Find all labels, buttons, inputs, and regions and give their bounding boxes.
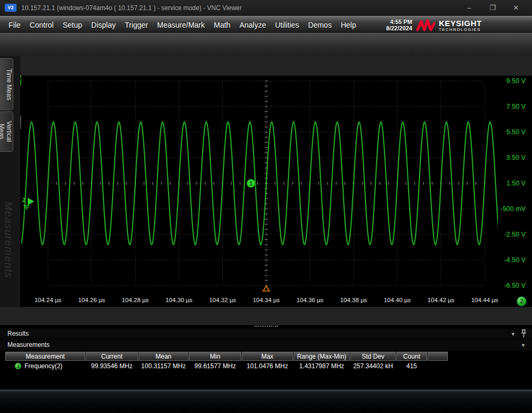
scope-clock-date: 8/22/2024	[365, 25, 412, 31]
x-axis-label: 104.44 µs	[466, 297, 503, 303]
table-row-measurement[interactable]: 1Frequency(2)	[5, 361, 85, 371]
menu-item-demos[interactable]: Demos	[308, 21, 332, 29]
vnc-close-button[interactable]: ✕	[506, 0, 526, 16]
menu-item-help[interactable]: Help	[341, 21, 356, 29]
menu-item-math[interactable]: Math	[214, 21, 231, 29]
waveform-display[interactable]: 21	[21, 76, 498, 295]
vnc-window-title: 10.157.21.1 (windows-074am4o ( 10.157.21…	[21, 0, 242, 16]
brand-name: KEYSIGHT	[439, 19, 482, 27]
menu-item-measuremark[interactable]: Measure/Mark	[157, 21, 204, 29]
x-axis-label: 104.42 µs	[422, 297, 460, 303]
table-cell: 257.34402 kH	[350, 361, 396, 371]
table-header-filler	[428, 352, 448, 361]
menu-item-file[interactable]: File	[9, 21, 21, 29]
measurement-marker-badge: 1	[15, 363, 21, 369]
measurement-marker-1[interactable]: 1	[247, 179, 255, 188]
x-axis-label: 104.28 µs	[117, 297, 154, 303]
table-header-min: Min	[189, 352, 241, 361]
x-axis-label: 104.30 µs	[160, 297, 198, 303]
table-header-measurement: Measurement	[5, 352, 85, 361]
y-axis-label: 1.50 V	[498, 179, 526, 188]
table-cell: 415	[396, 361, 427, 371]
table-cell: 1.4317987 MHz	[293, 361, 350, 371]
channel-bar: 2 1MΩ DC 2.00 V/ 1.50 V ▼ ▲ + «	[0, 56, 532, 76]
measurements-title: Measurements	[7, 339, 50, 350]
scope-menubar: FileControlSetupDisplayTriggerMeasure/Ma…	[0, 16, 532, 34]
table-header-current: Current	[86, 352, 138, 361]
y-axis-label: -500 mV	[498, 205, 526, 213]
menu-item-analyze[interactable]: Analyze	[240, 21, 266, 29]
table-cell: 99.93546 MHz	[86, 361, 138, 371]
table-header-max: Max	[242, 352, 293, 361]
results-caret-icon[interactable]: ▼	[511, 331, 515, 337]
y-axis-label: -2.50 V	[498, 230, 526, 239]
keysight-spark-icon	[416, 18, 437, 33]
scope-grid-svg: 21	[21, 76, 498, 295]
scope-clock-time: 4:55 PM	[365, 19, 412, 25]
svg-text:2: 2	[22, 197, 26, 203]
tab-vertical-meas[interactable]: Vertical Meas	[0, 111, 13, 152]
voltage-axis: 9.50 V7.50 V5.50 V3.50 V1.50 V-500 mV-2.…	[498, 76, 532, 295]
table-header-mean: Mean	[138, 352, 189, 361]
results-header: Results ▼	[0, 328, 532, 339]
vnc-logo-icon: V2	[5, 4, 17, 12]
measurements-caret-icon[interactable]: ▼	[521, 343, 526, 348]
y-axis-label: -4.50 V	[498, 256, 526, 264]
time-axis: 2 104.24 µs104.26 µs104.28 µs104.30 µs10…	[21, 295, 532, 307]
x-axis-label: 104.38 µs	[335, 297, 372, 303]
y-axis-label: 7.50 V	[498, 102, 526, 111]
x-axis-label: 104.32 µs	[204, 297, 241, 303]
vnc-maximize-button[interactable]: ❐	[482, 0, 503, 16]
vnc-titlebar: V2 10.157.21.1 (windows-074am4o ( 10.157…	[0, 0, 532, 17]
brand-sub: TECHNOLOGIES	[439, 27, 482, 32]
tab-time-meas[interactable]: Time Meas	[0, 58, 13, 110]
y-axis-label: -6.50 V	[498, 281, 526, 290]
table-cell: 100.31157 MHz	[138, 361, 189, 371]
scope-clock: 4:55 PM 8/22/2024	[365, 19, 412, 31]
vnc-minimize-button[interactable]: –	[459, 0, 479, 16]
measurements-header: Measurements ⚙ ▼	[0, 339, 532, 351]
menu-item-display[interactable]: Display	[91, 21, 116, 29]
x-axis-label: 104.34 µs	[248, 297, 285, 303]
x-axis-label: 104.24 µs	[29, 297, 67, 303]
table-header-rangemaxmin: Range (Max-Min)	[293, 352, 350, 361]
horizontal-bar: » H 20.0 ns/ 104.3400000 µs ◀ ▶ Z «	[0, 307, 532, 325]
results-pin-icon[interactable]	[520, 329, 527, 338]
windows-taskbar: e ▴ 4:55 PM 8/22/2024	[0, 389, 532, 413]
x-axis-label: 104.26 µs	[73, 297, 110, 303]
y-axis-label: 5.50 V	[498, 128, 526, 136]
table-cell: 99.61577 MHz	[189, 361, 241, 371]
table-header-count: Count	[396, 352, 427, 361]
table-header-stddev: Std Dev	[350, 352, 396, 361]
menu-item-utilities[interactable]: Utilities	[275, 21, 299, 29]
results-title: Results	[7, 328, 29, 339]
svg-text:1: 1	[250, 181, 253, 187]
menu-item-setup[interactable]: Setup	[63, 21, 83, 29]
y-axis-label: 3.50 V	[498, 153, 526, 162]
menu-item-control[interactable]: Control	[30, 21, 54, 29]
x-axis-label: 104.40 µs	[379, 297, 416, 303]
keysight-logo: KEYSIGHT TECHNOLOGIES	[416, 18, 482, 33]
table-cell: 101.0476 MHz	[242, 361, 293, 371]
x-axis-label: 104.36 µs	[291, 297, 329, 303]
axis-channel-badge[interactable]: 2	[517, 296, 527, 306]
screen: { "vnc": { "title": "10.157.21.1 (window…	[0, 0, 532, 413]
menu-bar-items: FileControlSetupDisplayTriggerMeasure/Ma…	[9, 17, 356, 34]
menu-item-trigger[interactable]: Trigger	[125, 21, 148, 29]
trigger-time-marker[interactable]	[263, 286, 269, 291]
acquisition-toolbar: Run Stop Single ↷ 20.0 GSa/s 4.00 kpts T…	[0, 33, 532, 57]
y-axis-label: 9.50 V	[498, 77, 526, 85]
